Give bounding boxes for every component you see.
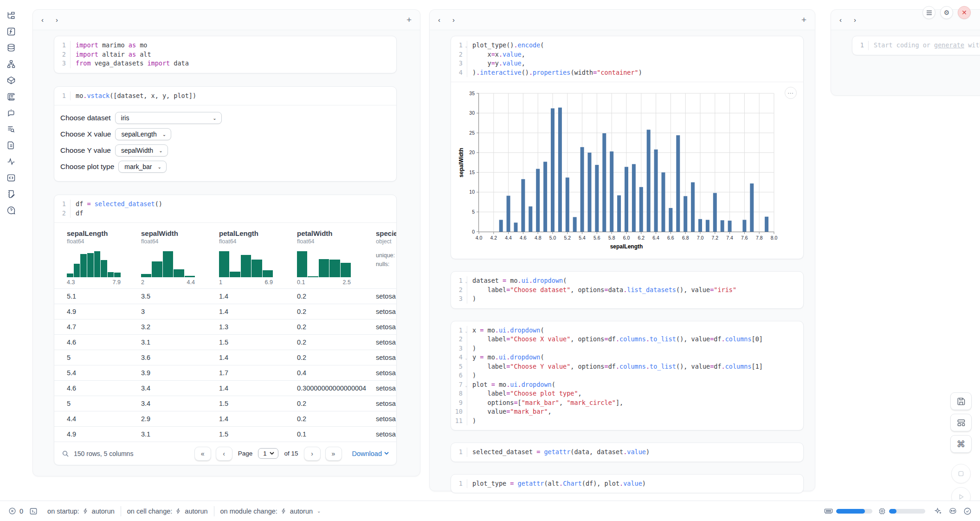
- code-editor[interactable]: 1⌄dataset = mo.ui.dropdown(2 label="Choo…: [451, 272, 803, 308]
- connection-status[interactable]: [963, 507, 972, 515]
- code-line[interactable]: 1⌄plot_type().encode(: [451, 41, 797, 50]
- document-icon[interactable]: [6, 140, 16, 150]
- bar-chart[interactable]: 4.04.24.44.64.85.05.25.45.65.86.06.26.46…: [458, 88, 799, 252]
- code-line[interactable]: 2 x=x.value,: [451, 50, 797, 59]
- table-row[interactable]: 4.63.41.40.30000000000000004setosa: [54, 380, 396, 396]
- database-icon[interactable]: [6, 43, 16, 53]
- menu-button[interactable]: [922, 6, 935, 19]
- code-line[interactable]: 2import altair as alt: [54, 50, 390, 59]
- code-line[interactable]: 1⌄x = mo.ui.dropdown(: [451, 326, 797, 335]
- table-row[interactable]: 53.41.50.2setosa: [54, 396, 396, 411]
- chart-options-button[interactable]: ⋯: [785, 87, 797, 99]
- page-select[interactable]: 1: [258, 448, 278, 459]
- code-line[interactable]: 1import marimo as mo: [54, 41, 390, 50]
- column-header[interactable]: speciesobjectunique:nulls:: [376, 229, 396, 286]
- table-row[interactable]: 4.931.40.2setosa: [54, 304, 396, 319]
- code-line[interactable]: 7⌄plot = mo.ui.dropdown(: [451, 380, 797, 390]
- cell-selected-dataset[interactable]: 1selected_dataset = getattr(data, datase…: [451, 443, 804, 462]
- column-header[interactable]: sepalLengthfloat644.37.9: [67, 229, 141, 286]
- logs-search-icon[interactable]: [6, 124, 16, 134]
- code-line[interactable]: 1df = selected_dataset(): [54, 200, 390, 209]
- dropdown-select[interactable]: iris⌄: [115, 112, 222, 124]
- code-line[interactable]: 1mo.vstack([dataset, x, y, plot]): [54, 91, 390, 101]
- code-editor[interactable]: 1selected_dataset = getattr(data, datase…: [451, 443, 803, 462]
- column-prev-button[interactable]: ‹: [839, 16, 842, 23]
- add-cell-button[interactable]: +: [406, 15, 412, 24]
- column-prev-button[interactable]: ‹: [41, 16, 44, 23]
- cell-df[interactable]: 1df = selected_dataset()2df sepalLengthf…: [54, 195, 397, 465]
- column-header[interactable]: sepalWidthfloat6424.4: [141, 229, 219, 286]
- column-next-button[interactable]: ›: [56, 16, 58, 23]
- first-page-button[interactable]: «: [194, 447, 211, 461]
- code-line[interactable]: 6): [451, 371, 797, 380]
- code-line[interactable]: 4⌄y = mo.ui.dropdown(: [451, 353, 797, 362]
- close-panel-button[interactable]: ✕: [958, 6, 971, 19]
- add-cell-button[interactable]: +: [801, 15, 806, 24]
- code-line[interactable]: 2 label="Choose dataset", options=data.l…: [451, 286, 797, 295]
- cell-empty[interactable]: 1Start coding or generate with: [852, 36, 980, 55]
- layout-button[interactable]: [950, 414, 972, 431]
- copilot-button[interactable]: [948, 507, 957, 515]
- code-line[interactable]: 3): [451, 344, 797, 353]
- scratchpad-icon[interactable]: [6, 189, 16, 199]
- cell-plot-type[interactable]: 1plot_type = getattr(alt.Chart(df), plot…: [451, 474, 804, 494]
- table-row[interactable]: 4.73.21.30.2setosa: [54, 319, 396, 334]
- cell-xy-plot-dropdowns[interactable]: 1⌄x = mo.ui.dropdown(2 label="Choose X v…: [451, 321, 804, 431]
- save-button[interactable]: [950, 392, 972, 410]
- table-row[interactable]: 4.42.91.40.2setosa: [54, 411, 396, 426]
- chatbot-icon[interactable]: [6, 108, 16, 118]
- code-line[interactable]: 11): [451, 417, 797, 426]
- column-header[interactable]: petalLengthfloat6416.9: [219, 229, 297, 286]
- code-line[interactable]: 2 label="Choose X value", options=df.col…: [451, 335, 797, 344]
- code-line[interactable]: 1⌄dataset = mo.ui.dropdown(: [451, 276, 797, 286]
- code-editor[interactable]: 1import marimo as mo2import altair as al…: [54, 36, 396, 73]
- command-palette-button[interactable]: ⌘: [950, 435, 972, 453]
- table-row[interactable]: 5.43.91.70.4setosa: [54, 365, 396, 380]
- column-histogram[interactable]: [67, 251, 121, 277]
- cell-vstack[interactable]: 1mo.vstack([dataset, x, y, plot]) Choose…: [54, 86, 397, 182]
- settings-button[interactable]: ⚙: [940, 6, 953, 19]
- code-line[interactable]: 9 options=["mark_bar", "mark_circle"],: [451, 398, 797, 408]
- table-row[interactable]: 4.93.11.50.1setosa: [54, 426, 396, 442]
- download-button[interactable]: Download: [352, 450, 389, 457]
- dropdown-select[interactable]: sepalWidth⌄: [115, 144, 168, 156]
- code-line[interactable]: 1plot_type = getattr(alt.Chart(df), plot…: [451, 479, 797, 488]
- cell-dataset-dropdown[interactable]: 1⌄dataset = mo.ui.dropdown(2 label="Choo…: [451, 271, 804, 309]
- next-page-button[interactable]: ›: [304, 447, 321, 461]
- file-tree-icon[interactable]: [6, 10, 16, 20]
- dropdown-select[interactable]: mark_bar⌄: [118, 161, 167, 173]
- code-editor[interactable]: 1mo.vstack([dataset, x, y, plot]): [54, 87, 396, 105]
- help-icon[interactable]: [6, 205, 16, 215]
- column-prev-button[interactable]: ‹: [438, 16, 440, 23]
- code-editor[interactable]: 1df = selected_dataset()2df: [54, 195, 396, 222]
- function-square-icon[interactable]: [6, 26, 16, 37]
- on-module-change-setting[interactable]: on module change: autorun ⌄: [220, 508, 321, 515]
- code-editor-placeholder[interactable]: 1Start coding or generate with: [852, 36, 980, 55]
- code-line[interactable]: 1Start coding or generate with: [852, 41, 980, 50]
- table-row[interactable]: 5.13.51.40.2setosa: [54, 288, 396, 304]
- dropdown-select[interactable]: sepalLength⌄: [115, 128, 171, 140]
- code-editor[interactable]: 1⌄x = mo.ui.dropdown(2 label="Choose X v…: [451, 321, 803, 430]
- memory-usage[interactable]: [824, 508, 872, 514]
- search-icon[interactable]: [62, 450, 69, 457]
- cell-plot[interactable]: 1⌄plot_type().encode(2 x=x.value,3 y=y.v…: [451, 36, 804, 259]
- cell-imports[interactable]: 1import marimo as mo2import altair as al…: [54, 36, 397, 73]
- code-line[interactable]: 3 y=y.value,: [451, 59, 797, 68]
- script-icon[interactable]: [6, 91, 16, 102]
- dependency-graph-icon[interactable]: [6, 59, 16, 69]
- activity-icon[interactable]: [6, 156, 16, 167]
- column-header[interactable]: petalWidthfloat640.12.5: [297, 229, 376, 286]
- column-histogram[interactable]: [219, 251, 273, 277]
- code-line[interactable]: 8 label="Choose plot type",: [451, 389, 797, 398]
- code-editor[interactable]: 1plot_type = getattr(alt.Chart(df), plot…: [451, 475, 803, 493]
- terminal-button[interactable]: [29, 507, 38, 515]
- code-line[interactable]: 5 label="Choose Y value", options=df.col…: [451, 362, 797, 371]
- package-icon[interactable]: [6, 75, 16, 85]
- code-line[interactable]: 1selected_dataset = getattr(data, datase…: [451, 448, 797, 457]
- code-line[interactable]: 2df: [54, 209, 390, 218]
- table-row[interactable]: 4.63.11.50.2setosa: [54, 334, 396, 350]
- errors-indicator[interactable]: 0: [8, 507, 23, 515]
- on-startup-setting[interactable]: on startup: autorun: [47, 508, 115, 515]
- ai-assist-button[interactable]: [934, 507, 942, 515]
- last-page-button[interactable]: »: [325, 447, 342, 461]
